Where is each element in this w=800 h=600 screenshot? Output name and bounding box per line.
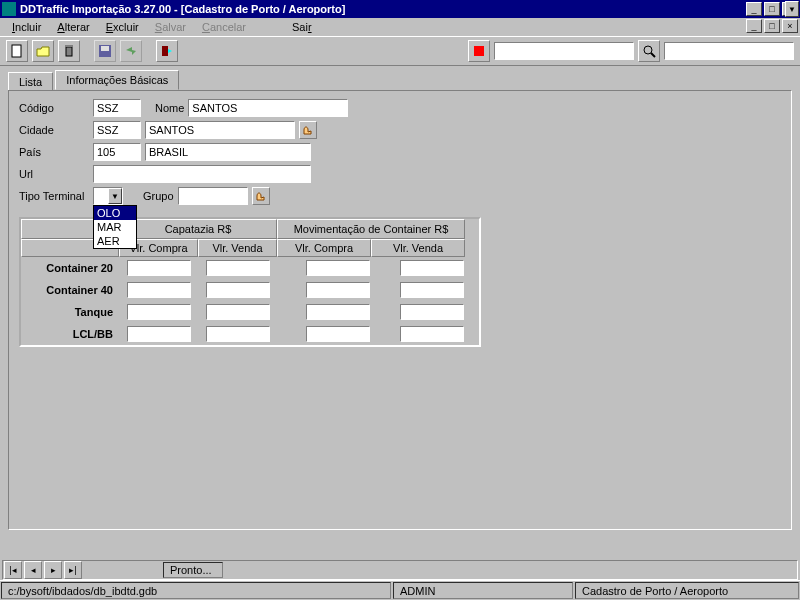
price-cell-input[interactable] (127, 326, 191, 342)
titlebar: DDTraffic Importação 3.27.00 - [Cadastro… (0, 0, 800, 18)
pais-name-input[interactable] (145, 143, 311, 161)
menu-sair[interactable]: Sair (284, 19, 320, 35)
maximize-button[interactable]: □ (764, 2, 780, 16)
row-container20-label: Container 20 (21, 257, 119, 279)
pricing-grid: Capatazia R$ Movimentação de Container R… (19, 217, 481, 347)
svg-rect-0 (12, 45, 21, 57)
tab-lista[interactable]: Lista (8, 72, 53, 92)
price-cell-input[interactable] (306, 260, 370, 276)
tipo-option-aer[interactable]: AER (94, 234, 136, 248)
tool-new-icon[interactable] (6, 40, 28, 62)
toolbar-combo[interactable] (494, 42, 634, 60)
tool-flag-icon[interactable] (468, 40, 490, 62)
menu-salvar: Salvar (147, 19, 194, 35)
venda-header-1: Vlr. Venda (198, 239, 277, 257)
row-container40-label: Container 40 (21, 279, 119, 301)
tipo-terminal-label: Tipo Terminal (19, 190, 89, 202)
codigo-label: Código (19, 102, 89, 114)
chevron-down-icon[interactable]: ▼ (108, 188, 122, 204)
price-cell-input[interactable] (400, 260, 464, 276)
movimentacao-header: Movimentação de Container R$ (277, 219, 465, 239)
svg-line-8 (651, 53, 655, 57)
svg-rect-1 (66, 47, 72, 56)
url-label: Url (19, 168, 89, 180)
status-user: ADMIN (393, 582, 573, 599)
app-icon (2, 2, 16, 16)
grupo-label: Grupo (143, 190, 174, 202)
statusbar: c:/bysoft/ibdados/db_ibdtd.gdb ADMIN Cad… (0, 580, 800, 600)
nav-first-button[interactable]: |◂ (4, 561, 22, 579)
tool-open-icon[interactable] (32, 40, 54, 62)
hand-icon (255, 190, 267, 202)
cidade-code-input[interactable] (93, 121, 141, 139)
tipo-option-mar[interactable]: MAR (94, 220, 136, 234)
price-cell-input[interactable] (127, 282, 191, 298)
hand-icon (302, 124, 314, 136)
price-cell-input[interactable] (206, 326, 270, 342)
capatazia-header: Capatazia R$ (119, 219, 277, 239)
tool-search-icon[interactable] (638, 40, 660, 62)
price-cell-input[interactable] (206, 260, 270, 276)
row-tanque-label: Tanque (21, 301, 119, 323)
menu-incluir[interactable]: Incluir (4, 19, 49, 35)
codigo-input[interactable] (93, 99, 141, 117)
pais-label: País (19, 146, 89, 158)
price-cell-input[interactable] (400, 326, 464, 342)
svg-rect-6 (474, 46, 484, 56)
cidade-label: Cidade (19, 124, 89, 136)
nome-input[interactable] (188, 99, 348, 117)
child-minimize-button[interactable]: _ (746, 19, 762, 33)
toolbar-combo-dropdown-icon[interactable]: ▼ (785, 1, 799, 17)
menubar: Incluir Alterar Excluir Salvar Cancelar … (0, 18, 800, 36)
status-db-path: c:/bysoft/ibdados/db_ibdtd.gdb (1, 582, 391, 599)
menu-excluir[interactable]: Excluir (98, 19, 147, 35)
grupo-input[interactable] (178, 187, 248, 205)
price-cell-input[interactable] (400, 304, 464, 320)
window-title: DDTraffic Importação 3.27.00 - [Cadastro… (20, 3, 746, 15)
cidade-lookup-button[interactable] (299, 121, 317, 139)
tool-undo-icon[interactable] (120, 40, 142, 62)
child-close-button[interactable]: × (782, 19, 798, 33)
grupo-lookup-button[interactable] (252, 187, 270, 205)
child-maximize-button[interactable]: □ (764, 19, 780, 33)
tipo-option-olo[interactable]: OLO (94, 206, 136, 220)
form-panel: Código Nome Cidade País Url Tipo Termina… (8, 90, 792, 530)
menu-alterar[interactable]: Alterar (49, 19, 97, 35)
tool-save-icon[interactable] (94, 40, 116, 62)
tool-exit-icon[interactable] (156, 40, 178, 62)
toolbar-search-input[interactable] (664, 42, 794, 60)
cidade-name-input[interactable] (145, 121, 295, 139)
row-lclbb-label: LCL/BB (21, 323, 119, 345)
tipo-terminal-dropdown-list[interactable]: OLO MAR AER (93, 205, 137, 249)
nav-prev-button[interactable]: ◂ (24, 561, 42, 579)
svg-rect-2 (65, 45, 73, 47)
tab-strip: Lista Informações Básicas (0, 66, 800, 90)
nav-next-button[interactable]: ▸ (44, 561, 62, 579)
price-cell-input[interactable] (206, 304, 270, 320)
compra-header-2: Vlr. Compra (277, 239, 371, 257)
svg-rect-5 (162, 46, 168, 56)
price-cell-input[interactable] (127, 304, 191, 320)
nav-last-button[interactable]: ▸| (64, 561, 82, 579)
price-cell-input[interactable] (306, 282, 370, 298)
pais-code-input[interactable] (93, 143, 141, 161)
nome-label: Nome (155, 102, 184, 114)
venda-header-2: Vlr. Venda (371, 239, 465, 257)
price-cell-input[interactable] (306, 326, 370, 342)
url-input[interactable] (93, 165, 311, 183)
price-cell-input[interactable] (127, 260, 191, 276)
svg-point-7 (644, 46, 652, 54)
nav-status: Pronto... (163, 562, 223, 578)
tab-informacoes-basicas[interactable]: Informações Básicas (55, 70, 179, 90)
price-cell-input[interactable] (206, 282, 270, 298)
svg-rect-4 (101, 46, 109, 51)
price-cell-input[interactable] (306, 304, 370, 320)
status-module: Cadastro de Porto / Aeroporto (575, 582, 799, 599)
minimize-button[interactable]: _ (746, 2, 762, 16)
toolbar: ▼ (0, 36, 800, 66)
tool-delete-icon[interactable] (58, 40, 80, 62)
menu-cancelar: Cancelar (194, 19, 254, 35)
price-cell-input[interactable] (400, 282, 464, 298)
record-navigator: |◂ ◂ ▸ ▸| Pronto... (2, 560, 798, 580)
